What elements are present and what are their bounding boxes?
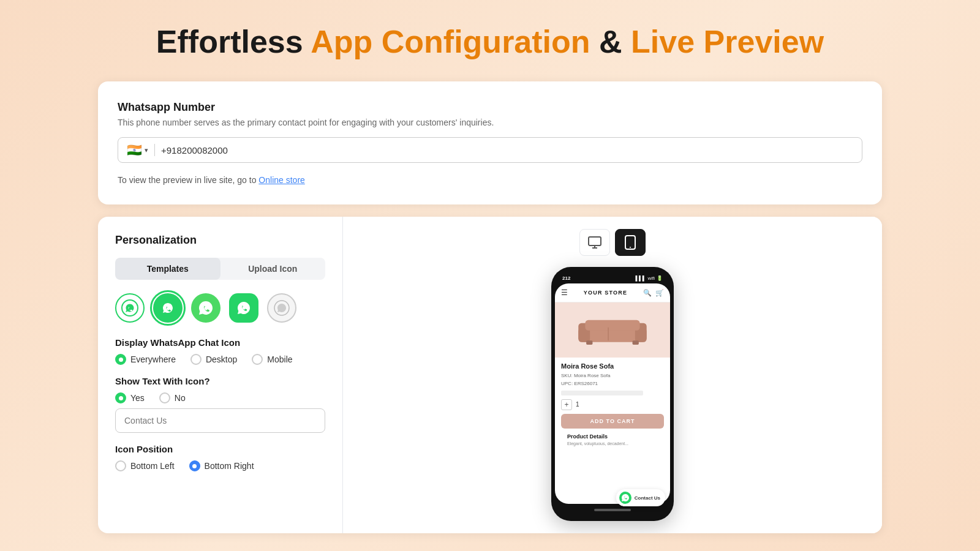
show-text-yes-label: Yes [130,393,145,403]
title-part3: & [599,24,622,59]
radio-no [159,392,170,403]
radio-mobile [252,354,263,365]
phone-number-input[interactable] [161,145,853,156]
display-option-everywhere[interactable]: Everywhere [115,354,176,365]
signal-icon: ▌▌▌ [635,276,646,281]
show-text-group: Show Text With Icon? Yes No [115,376,325,433]
live-preview-panel: 212 ▌▌▌ wifi 🔋 ☰ YOUR STORE 🔍 🛒 [343,217,882,533]
contact-text-input[interactable] [115,408,325,433]
wa-icon-1[interactable] [115,293,145,323]
display-icon-group: Display WhatsApp Chat Icon Everywhere De… [115,337,325,365]
phone-screen: ☰ YOUR STORE 🔍 🛒 [555,283,670,504]
cart-nav-icon: 🛒 [655,289,664,297]
tab-templates[interactable]: Templates [115,258,221,280]
show-text-no[interactable]: No [159,392,186,403]
preview-link-text: To view the preview in live site, go to [118,175,256,185]
qty-value: 1 [576,401,579,408]
radio-bottom-right [189,460,200,471]
position-bottom-left[interactable]: Bottom Left [115,460,175,471]
product-image [555,302,670,358]
bottom-section: Personalization Templates Upload Icon [98,217,882,533]
title-part4: Live Preview [631,24,824,59]
tab-upload-icon[interactable]: Upload Icon [221,258,326,280]
wa-icon-4[interactable] [229,293,258,323]
chevron-down-icon: ▾ [145,146,148,154]
display-icon-options: Everywhere Desktop Mobile [115,354,325,365]
wa-float-icon [619,492,631,504]
product-details-section: Product Details Elegant, voluptuous, dec… [561,433,664,446]
preview-link-row: To view the preview in live site, go to … [118,175,862,185]
radio-yes [115,392,126,403]
product-details-text: Elegant, voluptuous, decadent... [567,441,658,446]
display-option-mobile[interactable]: Mobile [252,354,292,365]
svg-rect-9 [585,320,639,331]
product-qty-row: + 1 [561,399,664,410]
icon-position-label: Icon Position [115,444,325,454]
store-nav: ☰ YOUR STORE 🔍 🛒 [555,283,670,302]
svg-rect-3 [589,237,601,246]
display-desktop-label: Desktop [206,354,237,364]
product-info: Moira Rose Sofa SKU: Moira Rose Sofa UPC… [555,358,670,451]
add-to-cart-btn[interactable]: ADD TO CART [561,414,664,429]
store-title: YOUR STORE [584,290,627,296]
show-text-yes[interactable]: Yes [115,392,145,403]
show-text-label: Show Text With Icon? [115,376,325,386]
flag-emoji: 🇮🇳 [127,143,142,157]
position-bottom-right[interactable]: Bottom Right [189,460,254,471]
whatsapp-icons-row [115,293,325,323]
radio-desktop [190,354,202,365]
tabs-row: Templates Upload Icon [115,258,325,280]
svg-point-5 [630,247,631,248]
show-text-options: Yes No [115,392,325,403]
battery-icon: 🔋 [657,276,663,281]
title-part2: App Configuration [311,24,590,59]
display-mobile-label: Mobile [267,354,292,364]
whatsapp-section-desc: This phone number serves as the primary … [118,118,862,127]
personalization-title: Personalization [115,234,325,247]
device-toggle-row [579,229,646,256]
display-icon-label: Display WhatsApp Chat Icon [115,337,325,348]
wa-float-text: Contact Us [635,495,660,501]
home-indicator [594,509,631,511]
wa-icon-3[interactable] [191,293,221,323]
product-name: Moira Rose Sofa [561,362,664,370]
show-text-no-label: No [175,393,186,403]
whatsapp-section-title: Whatsapp Number [118,101,862,114]
mobile-toggle-btn[interactable] [615,229,646,256]
radio-bottom-left [115,460,126,471]
product-details-title: Product Details [567,433,658,440]
product-sku: SKU: Moira Rose Sofa UPC: ERS26071 [561,372,664,388]
phone-divider [154,144,155,156]
wa-icon-2[interactable] [153,293,183,323]
svg-rect-10 [586,340,592,345]
radio-everywhere [115,354,126,365]
product-price-placeholder [561,391,643,395]
country-select[interactable]: 🇮🇳 ▾ [127,143,148,157]
phone-input-container: 🇮🇳 ▾ [118,137,862,163]
page-title: Effortless App Configuration & Live Prev… [156,24,824,59]
wa-icon-5[interactable] [267,293,296,323]
personalization-panel: Personalization Templates Upload Icon [98,217,343,533]
title-part1: Effortless [156,24,303,59]
wifi-icon: wifi [647,276,655,281]
hamburger-icon: ☰ [561,288,568,297]
online-store-link[interactable]: Online store [258,175,304,185]
desktop-toggle-btn[interactable] [579,229,610,256]
position-bottom-left-label: Bottom Left [130,461,175,471]
svg-rect-11 [633,340,639,345]
search-nav-icon: 🔍 [643,289,652,297]
store-nav-icons: 🔍 🛒 [643,289,664,297]
display-everywhere-label: Everywhere [130,354,176,364]
whatsapp-number-card: Whatsapp Number This phone number serves… [98,81,882,204]
phone-status-time: 212 [562,276,570,281]
display-option-desktop[interactable]: Desktop [190,354,237,365]
icon-position-options: Bottom Left Bottom Right [115,460,325,471]
qty-minus-btn[interactable]: + [561,399,572,410]
position-bottom-right-label: Bottom Right [205,461,254,471]
whatsapp-float-button[interactable]: Contact Us [616,489,665,506]
icon-position-group: Icon Position Bottom Left Bottom Right [115,444,325,471]
phone-mockup: 212 ▌▌▌ wifi 🔋 ☰ YOUR STORE 🔍 🛒 [551,267,674,521]
